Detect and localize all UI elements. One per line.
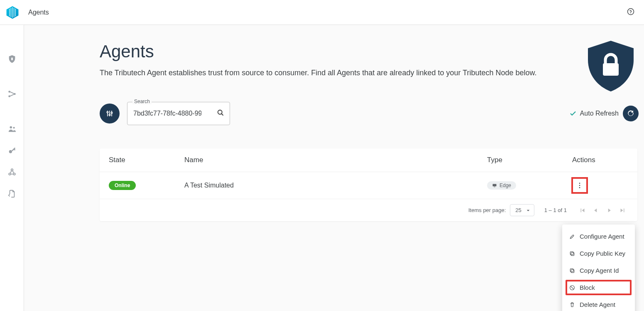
svg-rect-36 [570, 252, 573, 254]
svg-point-14 [9, 150, 12, 153]
page-first-button[interactable] [577, 205, 588, 216]
col-state[interactable]: State [100, 148, 177, 172]
menu-configure-agent[interactable]: Configure Agent [562, 228, 635, 245]
sidebar-item-network[interactable] [7, 89, 17, 99]
menu-copy-public-key[interactable]: Copy Public Key [562, 245, 635, 262]
menu-label: Configure Agent [580, 233, 624, 240]
svg-rect-37 [571, 269, 574, 272]
menu-block[interactable]: Block [562, 279, 635, 296]
shield-lock-icon [584, 39, 638, 93]
col-name[interactable]: Name [177, 148, 480, 172]
svg-point-34 [579, 187, 580, 188]
menu-label: Delete Agent [580, 301, 615, 308]
svg-point-9 [8, 91, 10, 93]
svg-rect-30 [493, 184, 497, 187]
help-icon[interactable] [627, 7, 635, 17]
svg-point-13 [13, 127, 15, 128]
agents-table: State Name Type Actions Online A Test Si… [100, 148, 637, 199]
page-last-button[interactable] [617, 205, 628, 216]
search-input[interactable] [132, 109, 202, 118]
svg-rect-8 [11, 59, 13, 60]
auto-refresh-label: Auto Refresh [580, 110, 619, 117]
menu-delete-agent[interactable]: Delete Agent [562, 296, 635, 311]
svg-point-33 [579, 185, 580, 186]
col-actions: Actions [565, 148, 637, 172]
page-title: Agents [100, 42, 561, 62]
sidebar-item-file[interactable] [7, 189, 17, 199]
menu-label: Block [580, 284, 595, 291]
filter-button[interactable] [100, 104, 120, 123]
main-area: Agents The Tributech Agent establishes t… [24, 25, 644, 311]
svg-rect-38 [570, 269, 573, 272]
pagination-nav [577, 205, 628, 216]
chevron-down-icon [525, 207, 531, 214]
agents-table-card: State Name Type Actions Online A Test Si… [100, 148, 637, 221]
search-row: Search Auto Refresh [100, 102, 639, 125]
svg-point-6 [630, 13, 631, 13]
search-field[interactable]: Search [127, 102, 230, 125]
page-subtitle: The Tributech Agent establishes trust fr… [100, 67, 556, 79]
page-next-button[interactable] [603, 205, 615, 216]
svg-rect-18 [603, 63, 619, 76]
breadcrumb: Agents [28, 9, 49, 16]
actions-menu: Configure Agent Copy Public Key Copy Age… [562, 225, 635, 311]
agent-name-cell: A Test Simulated [177, 172, 480, 199]
menu-copy-agent-id[interactable]: Copy Agent Id [562, 262, 635, 279]
menu-label: Copy Agent Id [580, 267, 619, 274]
refresh-button[interactable] [623, 106, 639, 121]
type-label: Edge [500, 183, 511, 188]
items-per-page-select[interactable]: 25 [510, 204, 534, 216]
svg-line-29 [222, 114, 223, 116]
page-prev-button[interactable] [590, 205, 602, 216]
svg-point-28 [218, 110, 222, 114]
state-badge: Online [109, 181, 136, 190]
table-row[interactable]: Online A Test Simulated Edge [100, 172, 637, 199]
auto-refresh-toggle[interactable]: Auto Refresh [569, 110, 619, 117]
search-label: Search [132, 99, 152, 104]
svg-point-22 [109, 114, 110, 116]
table-footer: Items per page: 25 1 – 1 of 1 [100, 199, 637, 221]
sidebar-item-key[interactable] [7, 146, 17, 156]
topbar: Agents [0, 0, 644, 25]
svg-point-25 [111, 112, 112, 114]
svg-point-19 [107, 111, 108, 113]
pagination-range: 1 – 1 of 1 [544, 207, 567, 213]
type-badge: Edge [487, 181, 516, 190]
svg-point-12 [10, 126, 12, 129]
app-logo[interactable] [4, 4, 21, 21]
sidebar-item-webhook[interactable] [7, 167, 17, 177]
svg-rect-31 [494, 187, 495, 187]
svg-point-32 [579, 183, 580, 184]
svg-point-10 [8, 95, 10, 97]
col-type[interactable]: Type [480, 148, 565, 172]
search-icon[interactable] [216, 109, 225, 118]
items-per-page-value: 25 [515, 207, 521, 213]
sidebar [0, 25, 24, 311]
items-per-page-label: Items per page: [468, 207, 506, 213]
svg-rect-35 [571, 252, 574, 255]
svg-point-5 [628, 8, 634, 15]
svg-line-40 [571, 286, 573, 289]
menu-label: Copy Public Key [580, 250, 625, 257]
sidebar-item-security[interactable] [7, 54, 17, 64]
sidebar-item-users[interactable] [7, 124, 17, 134]
row-actions-button[interactable] [572, 178, 587, 193]
